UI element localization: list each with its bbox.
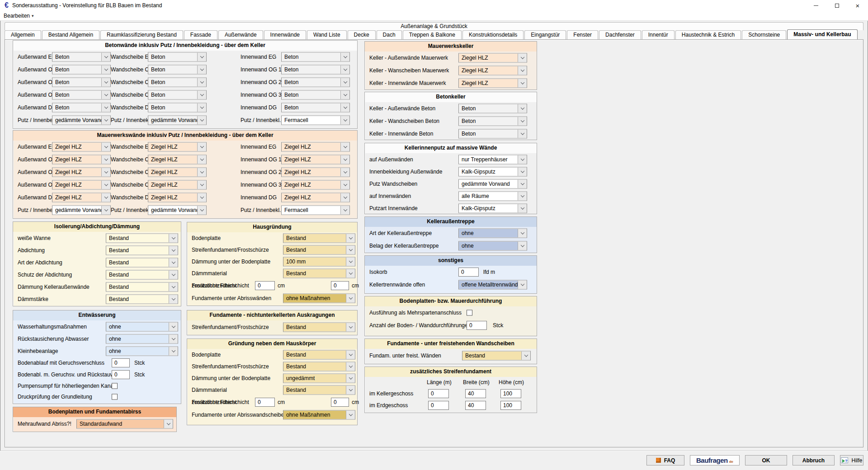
tab-allgemein[interactable]: Allgemein	[5, 30, 41, 39]
dropdown[interactable]: Bestand	[106, 233, 178, 243]
wall-dropdown[interactable]: Ziegel HLZ	[281, 168, 350, 177]
dropdown[interactable]: Ziegel HLZ	[458, 53, 527, 63]
close-button[interactable]: ×	[847, 0, 868, 11]
dropdown[interactable]: ungedämmt	[283, 374, 355, 383]
dropdown[interactable]: alle Räume	[458, 191, 527, 201]
wall-dropdown[interactable]: Ziegel HLZ	[281, 155, 350, 164]
number-input[interactable]	[428, 389, 449, 398]
wall-dropdown[interactable]: Beton	[52, 65, 111, 75]
wall-dropdown[interactable]: Ziegel HLZ	[52, 142, 111, 152]
number-input[interactable]	[467, 321, 487, 330]
wall-dropdown[interactable]: gedämmte Vorwand	[148, 206, 207, 215]
dropdown[interactable]: ohne	[106, 334, 178, 343]
wall-dropdown[interactable]: Beton	[52, 90, 111, 100]
tab-eingangstuer[interactable]: Eingangstür	[524, 30, 566, 39]
wall-dropdown[interactable]: Ziegel HLZ	[52, 155, 111, 164]
wall-dropdown[interactable]: gedämmte Vorwand	[148, 116, 207, 125]
dropdown[interactable]: Bestand	[283, 350, 355, 360]
wall-dropdown[interactable]: Beton	[52, 78, 111, 87]
wall-dropdown[interactable]: Ziegel HLZ	[52, 168, 111, 177]
tab-dachfenster[interactable]: Dachfenster	[599, 30, 641, 39]
wall-dropdown[interactable]: gedämmte Vorwand	[52, 116, 111, 125]
dropdown[interactable]: Bestand	[283, 385, 355, 395]
dropdown[interactable]: Beton	[458, 117, 527, 126]
number-input[interactable]	[255, 281, 275, 290]
number-input[interactable]	[331, 281, 349, 290]
dropdown[interactable]: Kalk-Gipsputz	[458, 167, 527, 176]
tab-dach[interactable]: Dach	[377, 30, 402, 39]
dropdown[interactable]: Bestand	[283, 269, 355, 278]
dropdown[interactable]: Ziegel HLZ	[458, 66, 527, 75]
abbruch-button[interactable]: Abbruch	[793, 455, 835, 465]
wall-dropdown[interactable]: Ziegel HLZ	[148, 180, 207, 190]
dropdown[interactable]: Beton	[458, 129, 527, 139]
tab-aussenanlage-grundstueck[interactable]: Außenanlage & Grundstück	[5, 22, 863, 30]
wall-dropdown[interactable]: Fermacell	[281, 116, 350, 125]
tab-haustechnik-estrich[interactable]: Haustechnik & Estrich	[675, 30, 741, 39]
number-input[interactable]	[428, 401, 449, 410]
number-input[interactable]	[112, 358, 130, 367]
dropdown[interactable]: Bestand	[462, 351, 531, 361]
tab-konstruktionsdetails[interactable]: Konstruktionsdetails	[462, 30, 524, 39]
maximize-button[interactable]	[826, 0, 847, 11]
dropdown[interactable]: Beton	[458, 104, 527, 113]
dropdown[interactable]: Bestand	[283, 245, 355, 255]
baufragen-logo-button[interactable]: Baufragen de	[690, 455, 740, 465]
number-input[interactable]	[458, 268, 479, 277]
wall-dropdown[interactable]: Beton	[148, 90, 207, 100]
wall-dropdown[interactable]: Beton	[52, 52, 111, 62]
dropdown[interactable]: 100 mm	[283, 257, 355, 267]
tab-schornsteine[interactable]: Schornsteine	[742, 30, 786, 39]
dropdown[interactable]: ohne	[106, 346, 178, 356]
dropdown[interactable]: Kalk-Gipsputz	[458, 203, 527, 213]
wall-dropdown[interactable]: Ziegel HLZ	[148, 155, 207, 164]
dropdown[interactable]: Bestand	[283, 323, 355, 332]
dropdown[interactable]: Bestand	[106, 270, 178, 279]
tab-innentuer[interactable]: Innentür	[642, 30, 675, 39]
wall-dropdown[interactable]: Ziegel HLZ	[148, 142, 207, 152]
hilfe-button[interactable]: ? Hilfe	[840, 455, 863, 465]
wall-dropdown[interactable]: Beton	[148, 52, 207, 62]
dropdown[interactable]: ohne	[106, 322, 178, 331]
dropdown[interactable]: Bestand	[106, 282, 178, 291]
dropdown[interactable]: Standardaufwand	[76, 419, 173, 429]
minimize-button[interactable]	[806, 0, 826, 11]
wall-dropdown[interactable]: Ziegel HLZ	[52, 193, 111, 202]
number-input[interactable]	[500, 389, 521, 398]
dropdown[interactable]: ohne Maßnahmen	[283, 410, 355, 420]
wall-dropdown[interactable]: Beton	[281, 78, 350, 87]
wall-dropdown[interactable]: Ziegel HLZ	[281, 180, 350, 190]
menu-bearbeiten[interactable]: Bearbeiten ▾	[0, 11, 38, 20]
wall-dropdown[interactable]: Beton	[148, 103, 207, 113]
checkbox[interactable]	[467, 310, 472, 316]
tab-fassade[interactable]: Fassade	[184, 30, 217, 39]
tab-treppen-balkone[interactable]: Treppen & Balkone	[403, 30, 462, 39]
number-input[interactable]	[465, 389, 486, 398]
tab-aussenwaende[interactable]: Außenwände	[218, 30, 263, 39]
dropdown[interactable]: Bestand	[106, 294, 178, 304]
tab-massiv-kellerbau[interactable]: Massiv- und Kellerbau	[787, 29, 857, 39]
number-input[interactable]	[465, 401, 486, 410]
number-input[interactable]	[331, 398, 349, 407]
wall-dropdown[interactable]: Ziegel HLZ	[281, 142, 350, 152]
number-input[interactable]	[500, 401, 521, 410]
wall-dropdown[interactable]: Ziegel HLZ	[148, 193, 207, 202]
wall-dropdown[interactable]: Beton	[281, 90, 350, 100]
checkbox[interactable]	[112, 383, 118, 389]
wall-dropdown[interactable]: gedämmte Vorwand	[52, 206, 111, 215]
dropdown[interactable]: Ziegel HLZ	[458, 79, 527, 88]
tab-raumklassifizierung[interactable]: Raumklassifizierung Bestand	[100, 30, 183, 39]
dropdown[interactable]: Bestand	[106, 245, 178, 255]
dropdown[interactable]: offene Metalltrennwände f	[458, 280, 527, 290]
faq-button[interactable]: FAQ	[646, 455, 684, 465]
wall-dropdown[interactable]: Beton	[281, 65, 350, 75]
wall-dropdown[interactable]: Beton	[52, 103, 111, 113]
tab-innenwaende[interactable]: Innenwände	[264, 30, 306, 39]
wall-dropdown[interactable]: Ziegel HLZ	[281, 193, 350, 202]
wall-dropdown[interactable]: Beton	[148, 65, 207, 75]
dropdown[interactable]: Bestand	[106, 258, 178, 267]
dropdown[interactable]: ohne	[458, 241, 527, 251]
dropdown[interactable]: Bestand	[283, 362, 355, 371]
wall-dropdown[interactable]: Ziegel HLZ	[52, 180, 111, 190]
dropdown[interactable]: nur Treppenhäuser	[458, 155, 527, 164]
